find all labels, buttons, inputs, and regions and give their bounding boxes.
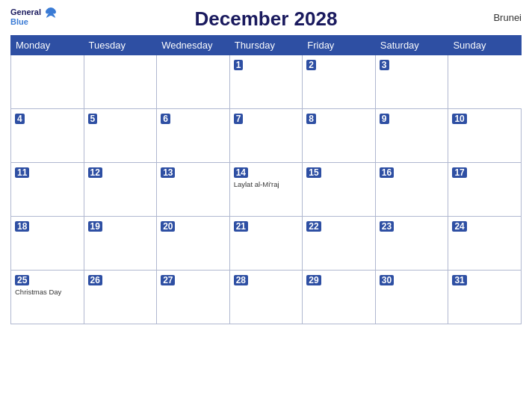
day-number: 31 (452, 275, 466, 285)
header-sunday: Sunday (448, 36, 522, 55)
day-number: 19 (88, 221, 102, 232)
day-number: 8 (306, 114, 316, 124)
week-row-5: 25 Christmas Day 26 27 28 29 30 (11, 271, 522, 324)
day-number: 11 (15, 167, 29, 178)
day-number: 5 (88, 114, 98, 124)
day-number: 25 (15, 275, 29, 285)
day-cell: 15 (303, 163, 376, 217)
week-row-3: 11 12 13 14 Laylat al-Mi'raj 15 16 (11, 163, 522, 217)
calendar-title: December 2028 (195, 7, 338, 31)
logo-general: General (10, 7, 41, 17)
week-row-2: 4 5 6 7 8 9 10 (11, 109, 522, 163)
day-number: 15 (306, 167, 321, 178)
day-cell: 11 (11, 163, 84, 217)
day-cell: 21 (229, 217, 303, 271)
day-number: 14 (234, 167, 248, 178)
header-monday: Monday (11, 36, 84, 55)
day-number: 16 (380, 167, 394, 178)
weekday-header-row: Monday Tuesday Wednesday Thursday Friday… (11, 36, 522, 55)
day-cell: 22 (303, 217, 376, 271)
header-wednesday: Wednesday (157, 36, 230, 55)
day-number: 9 (380, 114, 389, 124)
day-cell: 18 (11, 217, 84, 271)
day-cell: 2 (303, 55, 376, 109)
calendar-container: General Blue December 2028 Brunei Monday… (0, 0, 532, 411)
day-number: 30 (380, 275, 394, 285)
day-number: 23 (380, 221, 394, 232)
day-cell: 25 Christmas Day (11, 271, 84, 324)
day-number: 29 (306, 275, 321, 285)
header-friday: Friday (303, 36, 376, 55)
day-number: 28 (234, 275, 248, 285)
header-saturday: Saturday (375, 36, 448, 55)
day-cell: 1 (229, 55, 303, 109)
day-cell: 3 (375, 55, 448, 109)
day-cell (84, 55, 157, 109)
day-cell: 10 (448, 109, 522, 163)
day-number: 13 (161, 167, 175, 178)
day-cell: 24 (448, 217, 522, 271)
holiday-laylat: Laylat al-Mi'raj (234, 180, 299, 188)
day-cell: 9 (375, 109, 448, 163)
day-number: 12 (88, 167, 102, 178)
day-cell: 8 (303, 109, 376, 163)
day-cell: 16 (375, 163, 448, 217)
day-cell: 5 (84, 109, 157, 163)
header-tuesday: Tuesday (84, 36, 157, 55)
holiday-christmas: Christmas Day (15, 288, 80, 296)
day-cell: 6 (157, 109, 230, 163)
day-number: 22 (306, 221, 321, 232)
day-number: 24 (452, 221, 466, 232)
day-number: 10 (452, 114, 466, 124)
logo-blue: Blue (10, 17, 41, 27)
day-cell: 14 Laylat al-Mi'raj (229, 163, 303, 217)
day-cell: 17 (448, 163, 522, 217)
day-cell (11, 55, 84, 109)
day-number: 7 (234, 114, 244, 124)
day-number: 27 (161, 275, 175, 285)
day-number: 21 (234, 221, 248, 232)
day-cell (157, 55, 230, 109)
day-cell: 27 (157, 271, 230, 324)
day-number: 6 (161, 114, 170, 124)
day-number: 2 (306, 60, 316, 70)
calendar-table: Monday Tuesday Wednesday Thursday Friday… (10, 35, 522, 324)
day-cell: 13 (157, 163, 230, 217)
day-cell: 30 (375, 271, 448, 324)
day-cell: 20 (157, 217, 230, 271)
day-number: 26 (88, 275, 102, 285)
day-number: 1 (234, 60, 244, 70)
day-number: 4 (15, 114, 25, 124)
day-cell: 26 (84, 271, 157, 324)
logo: General Blue (10, 7, 59, 27)
week-row-1: 1 2 3 (11, 55, 522, 109)
day-cell: 29 (303, 271, 376, 324)
day-cell: 23 (375, 217, 448, 271)
day-number: 18 (15, 221, 29, 232)
day-cell: 28 (229, 271, 303, 324)
logo-bird-icon (43, 6, 59, 25)
day-cell: 19 (84, 217, 157, 271)
day-cell: 12 (84, 163, 157, 217)
day-cell: 7 (229, 109, 303, 163)
day-number: 17 (452, 167, 466, 178)
day-cell: 4 (11, 109, 84, 163)
header-thursday: Thursday (229, 36, 303, 55)
day-cell: 31 (448, 271, 522, 324)
week-row-4: 18 19 20 21 22 23 24 (11, 217, 522, 271)
country-label: Brunei (493, 12, 522, 23)
day-number: 3 (380, 60, 389, 70)
day-number: 20 (161, 221, 175, 232)
header: General Blue December 2028 Brunei (10, 7, 522, 31)
